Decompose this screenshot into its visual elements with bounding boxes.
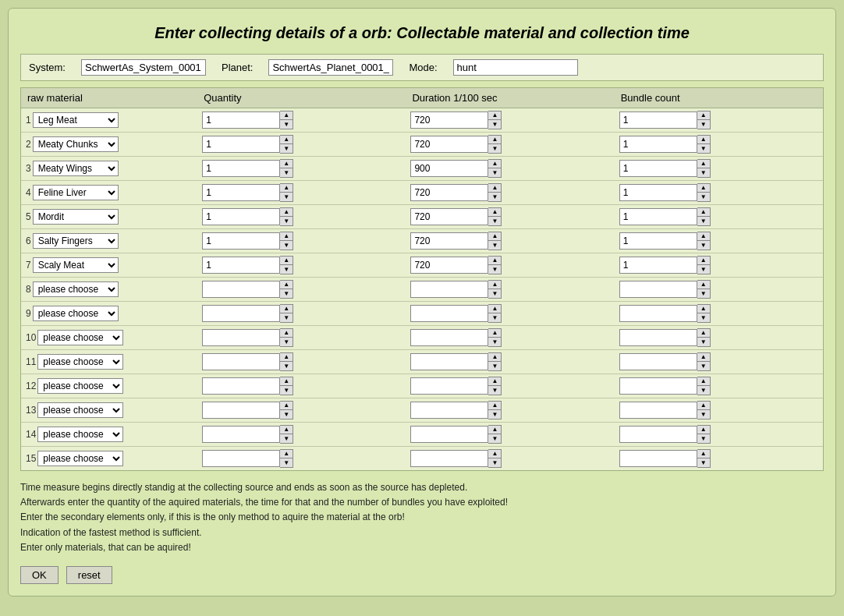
quantity-7-down-btn[interactable]: ▼ (280, 289, 293, 298)
bundle-2-up-btn[interactable]: ▲ (697, 160, 710, 168)
material-select[interactable]: please chooseLeg MeatMeaty ChunksMeaty W… (37, 427, 123, 442)
bundle-11-input[interactable] (619, 377, 697, 395)
duration-12-up-btn[interactable]: ▲ (488, 402, 501, 410)
bundle-0-down-btn[interactable]: ▼ (697, 120, 710, 129)
duration-2-input[interactable] (410, 160, 488, 177)
duration-8-input[interactable] (410, 305, 488, 322)
duration-4-down-btn[interactable]: ▼ (488, 217, 501, 225)
bundle-4-up-btn[interactable]: ▲ (697, 208, 710, 217)
duration-0-down-btn[interactable]: ▼ (488, 120, 501, 129)
duration-14-down-btn[interactable]: ▼ (488, 458, 501, 467)
quantity-6-input[interactable] (202, 257, 280, 274)
bundle-5-up-btn[interactable]: ▲ (697, 232, 710, 241)
material-select[interactable]: please chooseLeg MeatMeaty ChunksMeaty W… (33, 185, 119, 200)
quantity-6-down-btn[interactable]: ▼ (280, 265, 293, 274)
quantity-0-up-btn[interactable]: ▲ (280, 112, 293, 120)
duration-0-input[interactable] (410, 112, 488, 129)
bundle-1-up-btn[interactable]: ▲ (697, 136, 710, 144)
quantity-14-input[interactable] (202, 450, 280, 467)
bundle-13-up-btn[interactable]: ▲ (697, 426, 710, 434)
quantity-2-up-btn[interactable]: ▲ (280, 160, 293, 168)
material-select[interactable]: please chooseLeg MeatMeaty ChunksMeaty W… (33, 209, 119, 225)
duration-11-input[interactable] (410, 377, 488, 395)
quantity-0-input[interactable] (202, 112, 280, 129)
duration-5-down-btn[interactable]: ▼ (488, 241, 501, 250)
quantity-5-down-btn[interactable]: ▼ (280, 241, 293, 250)
quantity-7-up-btn[interactable]: ▲ (280, 281, 293, 289)
quantity-8-input[interactable] (202, 305, 280, 322)
duration-7-up-btn[interactable]: ▲ (488, 281, 501, 289)
quantity-14-up-btn[interactable]: ▲ (280, 450, 293, 458)
duration-11-up-btn[interactable]: ▲ (488, 377, 501, 386)
planet-input[interactable] (268, 59, 393, 76)
duration-10-up-btn[interactable]: ▲ (488, 353, 501, 362)
bundle-13-down-btn[interactable]: ▼ (697, 434, 710, 443)
bundle-11-down-btn[interactable]: ▼ (697, 386, 710, 395)
quantity-3-up-btn[interactable]: ▲ (280, 184, 293, 193)
quantity-11-down-btn[interactable]: ▼ (280, 386, 293, 395)
duration-1-down-btn[interactable]: ▼ (488, 144, 501, 153)
bundle-0-up-btn[interactable]: ▲ (697, 112, 710, 120)
quantity-6-up-btn[interactable]: ▲ (280, 257, 293, 265)
bundle-10-input[interactable] (619, 353, 697, 370)
bundle-12-down-btn[interactable]: ▼ (697, 410, 710, 419)
duration-3-down-btn[interactable]: ▼ (488, 193, 501, 201)
quantity-1-down-btn[interactable]: ▼ (280, 144, 293, 153)
material-select[interactable]: please chooseLeg MeatMeaty ChunksMeaty W… (33, 306, 119, 321)
duration-6-up-btn[interactable]: ▲ (488, 257, 501, 265)
material-select[interactable]: please chooseLeg MeatMeaty ChunksMeaty W… (33, 281, 119, 297)
quantity-13-input[interactable] (202, 426, 280, 443)
quantity-5-input[interactable] (202, 232, 280, 250)
bundle-9-input[interactable] (619, 329, 697, 346)
system-input[interactable] (81, 59, 206, 76)
bundle-9-up-btn[interactable]: ▲ (697, 329, 710, 338)
quantity-10-up-btn[interactable]: ▲ (280, 353, 293, 362)
quantity-5-up-btn[interactable]: ▲ (280, 232, 293, 241)
quantity-11-up-btn[interactable]: ▲ (280, 377, 293, 386)
quantity-12-down-btn[interactable]: ▼ (280, 410, 293, 419)
reset-button[interactable]: reset (66, 566, 112, 584)
quantity-10-input[interactable] (202, 353, 280, 370)
duration-2-up-btn[interactable]: ▲ (488, 160, 501, 168)
bundle-4-input[interactable] (619, 208, 697, 225)
duration-1-input[interactable] (410, 136, 488, 153)
quantity-4-input[interactable] (202, 208, 280, 225)
quantity-9-down-btn[interactable]: ▼ (280, 338, 293, 346)
quantity-3-down-btn[interactable]: ▼ (280, 193, 293, 201)
duration-8-up-btn[interactable]: ▲ (488, 305, 501, 313)
material-select[interactable]: please chooseLeg MeatMeaty ChunksMeaty W… (33, 112, 119, 128)
quantity-13-up-btn[interactable]: ▲ (280, 426, 293, 434)
bundle-5-down-btn[interactable]: ▼ (697, 241, 710, 250)
quantity-14-down-btn[interactable]: ▼ (280, 458, 293, 467)
duration-13-input[interactable] (410, 426, 488, 443)
duration-9-input[interactable] (410, 329, 488, 346)
duration-2-down-btn[interactable]: ▼ (488, 168, 501, 177)
bundle-5-input[interactable] (619, 232, 697, 250)
quantity-8-up-btn[interactable]: ▲ (280, 305, 293, 313)
bundle-14-up-btn[interactable]: ▲ (697, 450, 710, 458)
material-select[interactable]: please chooseLeg MeatMeaty ChunksMeaty W… (37, 354, 123, 370)
bundle-4-down-btn[interactable]: ▼ (697, 217, 710, 225)
bundle-10-down-btn[interactable]: ▼ (697, 362, 710, 370)
bundle-2-down-btn[interactable]: ▼ (697, 168, 710, 177)
ok-button[interactable]: OK (20, 566, 59, 584)
duration-5-input[interactable] (410, 232, 488, 250)
bundle-6-input[interactable] (619, 257, 697, 274)
quantity-2-down-btn[interactable]: ▼ (280, 168, 293, 177)
quantity-10-down-btn[interactable]: ▼ (280, 362, 293, 370)
duration-12-down-btn[interactable]: ▼ (488, 410, 501, 419)
quantity-1-input[interactable] (202, 136, 280, 153)
quantity-8-down-btn[interactable]: ▼ (280, 313, 293, 322)
duration-1-up-btn[interactable]: ▲ (488, 136, 501, 144)
material-select[interactable]: please chooseLeg MeatMeaty ChunksMeaty W… (33, 233, 119, 249)
bundle-0-input[interactable] (619, 112, 697, 129)
mode-input[interactable] (453, 59, 578, 76)
quantity-0-down-btn[interactable]: ▼ (280, 120, 293, 129)
material-select[interactable]: please chooseLeg MeatMeaty ChunksMeaty W… (37, 330, 123, 345)
duration-9-up-btn[interactable]: ▲ (488, 329, 501, 338)
bundle-3-up-btn[interactable]: ▲ (697, 184, 710, 193)
duration-10-down-btn[interactable]: ▼ (488, 362, 501, 370)
bundle-12-input[interactable] (619, 402, 697, 419)
duration-6-down-btn[interactable]: ▼ (488, 265, 501, 274)
quantity-11-input[interactable] (202, 377, 280, 395)
